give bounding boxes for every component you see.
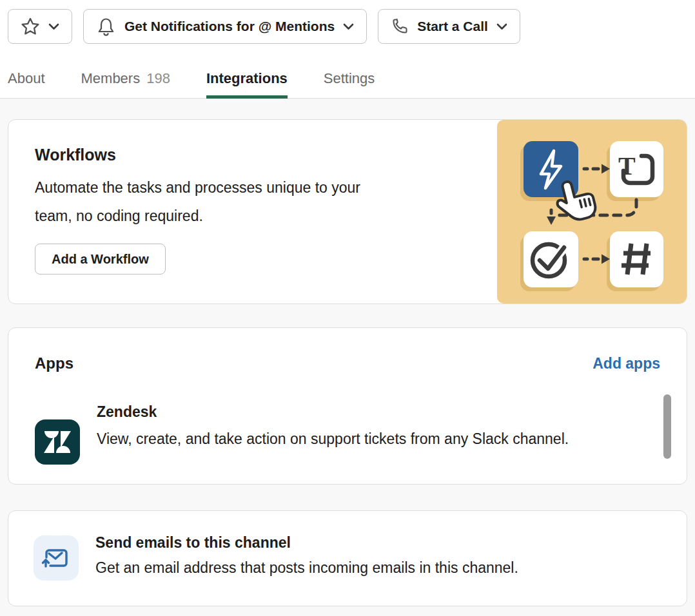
notification-preferences-button[interactable]: Get Notifications for @ Mentions — [83, 9, 367, 44]
channel-tabs: About Members198 Integrations Settings — [8, 70, 375, 98]
chevron-down-icon — [343, 23, 354, 30]
call-button-label: Start a Call — [417, 19, 488, 34]
bell-icon — [96, 17, 116, 37]
tab-settings[interactable]: Settings — [324, 70, 375, 98]
star-channel-button[interactable] — [8, 9, 72, 44]
app-row-zendesk[interactable]: Zendesk View, create, and take action on… — [35, 401, 660, 465]
add-workflow-button[interactable]: Add a Workflow — [35, 244, 166, 274]
workflows-illustration: T — [497, 120, 687, 303]
start-call-button[interactable]: Start a Call — [378, 9, 520, 44]
email-inbound-icon — [34, 535, 79, 581]
tab-about[interactable]: About — [8, 70, 45, 98]
tab-integrations[interactable]: Integrations — [206, 70, 288, 98]
workflows-description: Automate the tasks and processes unique … — [35, 173, 396, 230]
notification-button-label: Get Notifications for @ Mentions — [124, 19, 335, 34]
phone-icon — [391, 17, 409, 35]
channel-toolbar: Get Notifications for @ Mentions Start a… — [8, 9, 520, 44]
integrations-panel: Workflows Automate the tasks and process… — [0, 99, 695, 616]
app-description: View, create, and take action on support… — [97, 425, 569, 453]
channel-header: Get Notifications for @ Mentions Start a… — [0, 0, 695, 99]
apps-list: Zendesk View, create, and take action on… — [35, 401, 660, 465]
add-apps-link[interactable]: Add apps — [592, 355, 660, 372]
send-emails-description: Get an email address that posts incoming… — [95, 555, 518, 581]
tab-members[interactable]: Members198 — [81, 70, 170, 98]
send-emails-card[interactable]: Send emails to this channel Get an email… — [8, 510, 687, 606]
workflows-title: Workflows — [35, 144, 396, 165]
text-step-icon: T — [618, 151, 636, 180]
star-icon — [21, 17, 40, 36]
members-count: 198 — [146, 70, 170, 86]
workflows-card: Workflows Automate the tasks and process… — [8, 119, 687, 304]
apps-title: Apps — [35, 354, 73, 373]
zendesk-logo-icon — [35, 419, 80, 465]
send-emails-title: Send emails to this channel — [95, 532, 518, 553]
chevron-down-icon — [496, 23, 507, 30]
app-name: Zendesk — [97, 401, 569, 422]
apps-scrollbar-thumb[interactable] — [663, 394, 671, 459]
apps-card: Apps Add apps Zendesk View — [8, 327, 687, 485]
chevron-down-icon — [48, 23, 59, 30]
